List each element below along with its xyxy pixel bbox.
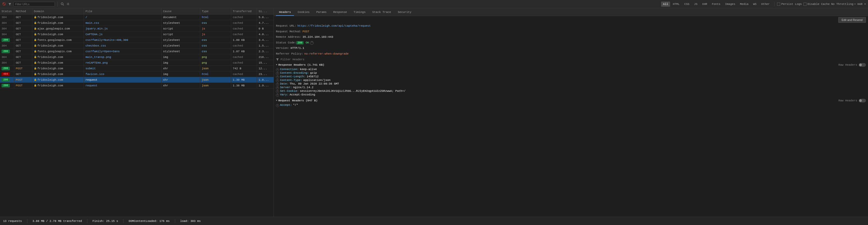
svg-point-0 [61,3,63,5]
nav-tab-css[interactable]: CSS [682,2,691,7]
detail-tab-response[interactable]: Response [330,9,350,16]
nav-tab-images[interactable]: Images [723,2,738,7]
table-row[interactable]: 404GET🔒fridosleigh.comfavicon.icoimghtml… [0,72,274,77]
har-button[interactable]: HAR ▾ [858,2,866,6]
nav-tab-fonts[interactable]: Fonts [710,2,722,7]
nav-tab-ws[interactable]: WS [751,2,758,7]
nav-tab-other[interactable]: Other [759,2,772,7]
filter-urls-input[interactable] [13,2,55,6]
settings-icon[interactable] [66,2,70,6]
cell-status: 304 [0,43,14,48]
response-header-info-icon[interactable]: ? [276,72,279,75]
table-row[interactable]: 200GET🔒fonts.googleapis.comcss?family=Nu… [0,37,274,43]
cell-domain: 🔒ajax.googleapis.com [32,26,84,31]
request-raw-headers-label: Raw Headers [838,99,857,102]
cell-status: 304 [0,15,14,20]
cell-method: GET [14,54,32,60]
detail-tab-cookies[interactable]: Cookies [294,9,313,16]
disable-cache-checkbox[interactable]: Disable Cache [803,3,830,6]
cell-status: 200 [0,66,14,71]
request-raw-headers-switch[interactable] [859,99,866,103]
cell-cause: document [161,15,200,20]
main-content: Status Method Domain File Cause Type Tra… [0,8,868,217]
raw-headers-label: Raw Headers [838,63,857,66]
table-row[interactable]: 304GET🔒fridosleigh.comCAPTEHA.jsscriptjs… [0,32,274,37]
no-throttling-dropdown[interactable]: No Throttling ▾ [831,2,856,6]
response-header-item: ? Set-Cookie: session=eyJ0eXAiOiJKV1QiLC… [276,89,866,92]
cell-file: main_transp.png [84,54,161,60]
status-badge: 304 [2,33,7,36]
detail-tab-security[interactable]: Security [395,9,414,16]
response-header-info-icon[interactable]: ? [276,79,279,82]
requests-count: 13 requests [3,220,22,223]
table-row[interactable]: 200POST🔒fridosleigh.comsubmitxhrjson742 … [0,66,274,72]
cell-cause: xhr [161,77,200,83]
details-tabs: HeadersCookiesParamsResponseTimingsStack… [274,8,868,16]
request-header-info-icon[interactable]: ? [276,104,279,107]
response-headers-title[interactable]: ▼ Response Headers (1.741 KB) [276,63,324,66]
nav-tab-media[interactable]: Media [738,2,750,7]
detail-tab-headers[interactable]: Headers [276,9,294,16]
table-row[interactable]: 304GET🔒fridosleigh.com/documenthtmlcache… [0,15,274,20]
table-row[interactable]: 304GET🔒fridosleigh.comcheckbox.cssstyles… [0,43,274,49]
col-type: Type [200,8,231,14]
response-header-item: ? Content-Type: application/json [276,79,866,82]
response-header-value: 1458712 [307,75,318,78]
response-header-value: gzip [310,72,317,75]
response-header-info-icon[interactable]: ? [276,94,279,97]
table-row[interactable]: 200GET🔒fonts.googleapis.comcss?family=Op… [0,49,274,54]
col-file: File [84,8,161,14]
table-row[interactable]: 200POST🔒fridosleigh.comrequestxhrjson1.3… [0,77,274,83]
cell-file: reCAPTEHA.png [84,60,161,65]
cell-size: 1.5... [257,43,274,48]
response-header-info-icon[interactable]: ? [276,76,279,79]
response-header-info-icon[interactable]: ? [276,86,279,89]
cell-transferred: cached [231,15,257,20]
detail-tab-timings[interactable]: Timings [350,9,369,16]
detail-tab-params[interactable]: Params [313,9,330,16]
cell-cause: xhr [161,66,200,71]
persist-logs-checkbox[interactable]: Persist Logs [777,3,802,6]
nav-tab-html[interactable]: HTML [671,2,681,7]
search-icon[interactable] [60,2,64,6]
col-transferred: Transferred [231,8,257,14]
cell-status: 200 [0,37,14,43]
request-url-value: https://fridosleigh.com/api/capteha/requ… [297,24,371,28]
cell-type: css [200,43,231,48]
table-row[interactable]: 304GET🔒fridosleigh.commain.cssstylesheet… [0,20,274,26]
response-header-info-icon[interactable]: ? [276,90,279,93]
persist-logs-cb[interactable] [777,3,780,6]
nav-tab-js[interactable]: JS [692,2,700,7]
nav-tab-all[interactable]: All [661,2,671,7]
cell-domain: 🔒fonts.googleapis.com [32,37,84,43]
response-header-info-icon[interactable]: ? [276,68,279,72]
disable-cache-cb[interactable] [803,3,807,6]
raw-headers-switch[interactable] [859,63,866,67]
lock-icon: 🔒 [34,27,37,30]
response-header-info-icon[interactable]: ? [276,83,279,86]
bottom-divider-2 [87,219,87,223]
cell-transferred: 1.09 KB [231,37,257,43]
table-row[interactable]: 304GET🔒ajax.googleapis.comjquery.min.jss… [0,26,274,32]
cell-domain: 🔒fridosleigh.com [32,72,84,77]
response-header-key: Content-Type: [280,79,302,82]
status-ok-text: OK [306,40,309,45]
request-url-row: Request URL: https://fridosleigh.com/api… [276,24,866,28]
cell-domain: 🔒fridosleigh.com [32,32,84,37]
status-200-badge: 200 [296,41,304,45]
nav-tab-xhr[interactable]: XHR [700,2,709,7]
clear-icon[interactable]: 🚫 [2,2,6,6]
status-help-icon[interactable]: ? [310,41,314,45]
bottom-divider-1 [27,219,27,223]
table-row[interactable]: 304GET🔒fridosleigh.comreCAPTEHA.pngimgpn… [0,60,274,66]
cell-method: POST [14,66,32,71]
request-headers-title[interactable]: ▼ Request Headers (847 B) [276,99,317,102]
cell-transferred: cached [231,72,257,77]
response-header-item: ? Content-Encoding: gzip [276,72,866,75]
edit-resend-button[interactable]: Edit and Resend [838,17,866,23]
table-row[interactable]: 304GET🔒fridosleigh.commain_transp.pngimg… [0,54,274,60]
cell-size: 2.3... [257,49,274,54]
lock-icon: 🔒 [34,44,37,47]
table-row[interactable]: 200POST🔒fridosleigh.comrequestxhrjson1.3… [0,83,274,88]
detail-tab-stack-trace[interactable]: Stack Trace [369,9,394,16]
